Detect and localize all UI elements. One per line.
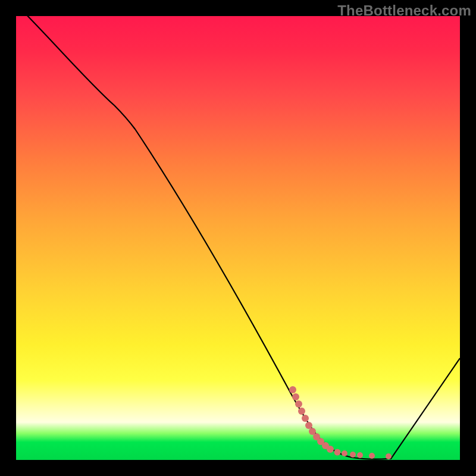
svg-point-3 bbox=[298, 408, 305, 415]
chart-svg bbox=[16, 16, 460, 460]
dot-segment bbox=[289, 386, 392, 459]
svg-point-5 bbox=[305, 422, 312, 429]
svg-point-0 bbox=[289, 386, 296, 393]
svg-point-16 bbox=[386, 453, 392, 459]
watermark-text: TheBottleneck.com bbox=[337, 2, 471, 19]
svg-point-15 bbox=[369, 453, 375, 459]
svg-point-2 bbox=[295, 400, 302, 408]
svg-point-4 bbox=[302, 415, 309, 422]
svg-point-14 bbox=[357, 452, 363, 458]
plot-area bbox=[16, 16, 460, 460]
main-curve bbox=[16, 16, 460, 459]
svg-point-10 bbox=[327, 446, 334, 453]
svg-point-11 bbox=[334, 449, 341, 456]
svg-point-1 bbox=[292, 393, 299, 400]
svg-point-13 bbox=[350, 452, 356, 458]
svg-point-12 bbox=[342, 450, 347, 456]
chart-frame: TheBottleneck.com bbox=[0, 0, 476, 476]
